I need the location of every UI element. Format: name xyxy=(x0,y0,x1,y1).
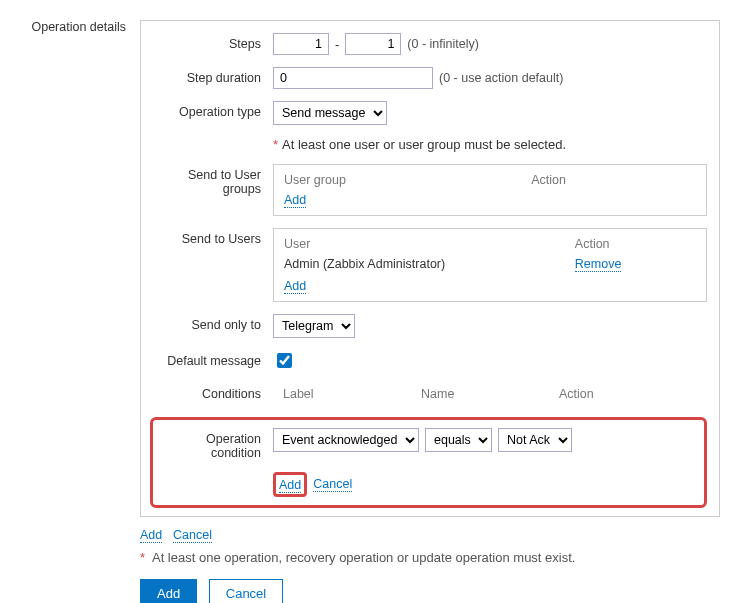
user-name: Admin (Zabbix Administrator) xyxy=(284,257,575,271)
section-label: Operation details xyxy=(20,20,140,34)
footer-asterisk: * xyxy=(140,550,145,565)
operation-condition-label: Operation condition xyxy=(153,428,273,460)
required-asterisk: * xyxy=(273,137,278,152)
steps-label: Steps xyxy=(153,33,273,51)
footer-note-text: At least one operation, recovery operati… xyxy=(152,550,575,565)
operation-type-select[interactable]: Send message xyxy=(273,101,387,125)
add-button[interactable]: Add xyxy=(140,579,197,603)
step-duration-label: Step duration xyxy=(153,67,273,85)
conditions-label-header: Label xyxy=(283,387,421,401)
operation-condition-highlight: Operation condition Event acknowledged e… xyxy=(150,417,707,508)
steps-from-input[interactable] xyxy=(273,33,329,55)
step-duration-input[interactable] xyxy=(273,67,433,89)
send-only-to-label: Send only to xyxy=(153,314,273,332)
user-group-header: User group xyxy=(284,173,531,187)
user-remove-link[interactable]: Remove xyxy=(575,257,622,272)
default-message-checkbox[interactable] xyxy=(277,353,292,368)
users-action-header: Action xyxy=(575,237,696,251)
default-message-label: Default message xyxy=(153,350,273,368)
condition-op-select[interactable]: equals xyxy=(425,428,492,452)
steps-to-input[interactable] xyxy=(345,33,401,55)
operation-condition-add-link[interactable]: Add xyxy=(279,478,301,493)
operation-details-box: Steps - (0 - infinitely) Step duration (… xyxy=(140,20,720,517)
cancel-button[interactable]: Cancel xyxy=(209,579,283,603)
steps-hint: (0 - infinitely) xyxy=(407,37,479,51)
step-duration-hint: (0 - use action default) xyxy=(439,71,563,85)
user-groups-box: User group Action Add xyxy=(273,164,707,216)
conditions-box: Label Name Action xyxy=(273,383,707,405)
conditions-label: Conditions xyxy=(153,383,273,401)
steps-dash: - xyxy=(335,37,339,52)
users-add-link[interactable]: Add xyxy=(284,279,306,294)
operation-condition-add-highlight: Add xyxy=(273,472,307,497)
operation-type-label: Operation type xyxy=(153,101,273,119)
operation-condition-cancel-link[interactable]: Cancel xyxy=(313,477,352,492)
outer-cancel-link[interactable]: Cancel xyxy=(173,528,212,543)
table-row: Admin (Zabbix Administrator) Remove xyxy=(284,257,696,271)
user-group-action-header: Action xyxy=(531,173,696,187)
conditions-name-header: Name xyxy=(421,387,559,401)
condition-value-select[interactable]: Not Ack xyxy=(498,428,572,452)
condition-field-select[interactable]: Event acknowledged xyxy=(273,428,419,452)
users-user-header: User xyxy=(284,237,575,251)
send-only-to-select[interactable]: Telegram xyxy=(273,314,355,338)
outer-add-link[interactable]: Add xyxy=(140,528,162,543)
users-box: User Action Admin (Zabbix Administrator)… xyxy=(273,228,707,302)
send-to-user-groups-label: Send to User groups xyxy=(153,164,273,196)
send-to-users-label: Send to Users xyxy=(153,228,273,246)
conditions-action-header: Action xyxy=(559,387,697,401)
user-groups-add-link[interactable]: Add xyxy=(284,193,306,208)
validation-message: At least one user or user group must be … xyxy=(282,137,566,152)
